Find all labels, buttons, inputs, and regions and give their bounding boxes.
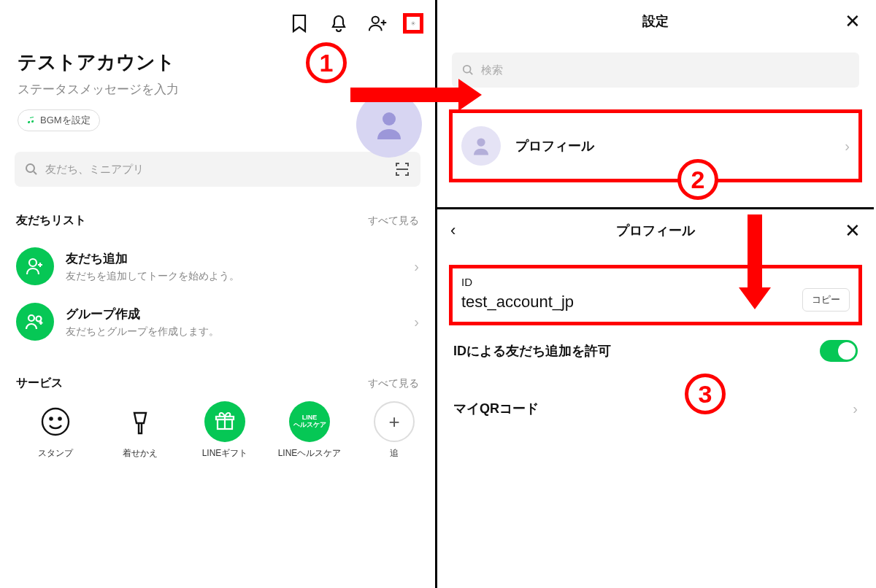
profile-row-label: プロフィール (515, 137, 830, 155)
service-stamp[interactable]: スタンプ (16, 401, 95, 460)
id-block: ID test_account_jp コピー (449, 265, 862, 325)
annotation-3: 3 (685, 374, 726, 414)
chevron-right-icon: › (414, 258, 419, 275)
profile-detail-screen: ‹ プロフィール ✕ ID test_account_jp コピー IDによる友… (437, 207, 874, 417)
services-see-all[interactable]: すべて見る (368, 377, 419, 390)
service-gift[interactable]: LINEギフト (185, 401, 264, 460)
settings-header: 設定 ✕ (437, 0, 874, 42)
services-section: サービス すべて見る スタンプ 着せかえ LINEギフト LINEヘルスケア (0, 376, 435, 460)
create-group-row[interactable]: グループ作成 友だちとグループを作成します。 › (16, 294, 419, 349)
copy-button[interactable]: コピー (802, 288, 850, 312)
search-icon (462, 64, 474, 76)
chevron-right-icon: › (414, 314, 419, 330)
services-title: サービス (16, 376, 63, 391)
allow-id-row: IDによる友だち追加を許可 (453, 340, 858, 362)
qr-label: マイQRコード (453, 400, 539, 417)
settings-search-placeholder: 検索 (481, 63, 503, 77)
plus-icon: + (374, 401, 415, 442)
chevron-right-icon: › (845, 138, 850, 155)
arrow-2-to-3 (739, 214, 771, 309)
settings-title: 設定 (642, 12, 669, 30)
svg-point-2 (383, 112, 396, 125)
service-more[interactable]: + 追 (355, 401, 419, 460)
list-item-sub: 友だちを追加してトークを始めよう。 (66, 270, 402, 283)
annotation-2: 2 (677, 159, 718, 200)
add-friend-icon[interactable] (368, 13, 388, 34)
music-icon (27, 116, 36, 125)
search-bar[interactable]: 友だち、ミニアプリ (15, 152, 420, 187)
friends-section: 友だちリスト すべて見る 友だち追加 友だちを追加してトークを始めよう。 › グ… (0, 213, 435, 349)
annotation-1: 1 (306, 42, 347, 83)
qr-row[interactable]: マイQRコード › (453, 400, 858, 417)
close-icon[interactable]: ✕ (845, 220, 861, 242)
search-icon (25, 163, 38, 176)
service-healthcare[interactable]: LINEヘルスケア LINEヘルスケア (270, 401, 349, 460)
settings-screen: 設定 ✕ 検索 プロフィール › ‹ プロフィール ✕ ID test_acc (437, 0, 874, 588)
profile-detail-header: ‹ プロフィール ✕ (437, 209, 874, 252)
svg-point-13 (477, 138, 485, 146)
brush-icon (120, 401, 161, 442)
bgm-chip[interactable]: BGMを設定 (18, 109, 100, 131)
create-group-circle-icon (16, 303, 54, 341)
service-label: 着せかえ (123, 448, 158, 460)
allow-id-label: IDによる友だち追加を許可 (453, 342, 611, 360)
svg-rect-14 (350, 88, 458, 102)
svg-point-5 (28, 315, 34, 321)
person-icon (372, 107, 407, 142)
list-item-sub: 友だちとグループを作成します。 (66, 325, 402, 339)
service-label: 追 (390, 448, 399, 460)
gift-icon (204, 401, 245, 442)
account-name[interactable]: テストアカウント (18, 50, 418, 75)
back-icon[interactable]: ‹ (450, 221, 456, 240)
profile-row[interactable]: プロフィール › (449, 109, 862, 182)
service-label: LINEギフト (202, 448, 248, 460)
svg-point-1 (412, 23, 414, 24)
svg-point-7 (42, 409, 69, 435)
service-label: スタンプ (38, 448, 73, 460)
svg-point-4 (29, 259, 36, 266)
avatar-small (461, 126, 501, 166)
settings-gear-icon[interactable] (403, 13, 423, 34)
svg-point-0 (372, 17, 379, 23)
svg-point-3 (26, 164, 34, 172)
service-theme[interactable]: 着せかえ (101, 401, 180, 460)
list-item-title: グループ作成 (66, 306, 402, 322)
allow-id-toggle[interactable] (820, 340, 858, 362)
profile-detail-title: プロフィール (616, 222, 695, 239)
settings-search[interactable]: 検索 (452, 53, 859, 88)
svg-rect-16 (748, 214, 762, 287)
chevron-right-icon: › (853, 401, 858, 417)
scan-icon[interactable] (394, 161, 410, 177)
bell-icon[interactable] (328, 13, 349, 34)
person-icon (470, 135, 492, 157)
bgm-label: BGMを設定 (40, 114, 91, 127)
search-placeholder: 友だち、ミニアプリ (45, 163, 387, 177)
svg-point-9 (58, 417, 61, 419)
svg-point-6 (36, 317, 42, 322)
svg-point-8 (50, 417, 52, 419)
header-icons (0, 0, 435, 41)
list-item-title: 友だち追加 (66, 250, 402, 267)
add-friend-circle-icon (16, 247, 54, 285)
friends-see-all[interactable]: すべて見る (368, 214, 419, 228)
healthcare-icon: LINEヘルスケア (289, 401, 330, 442)
friends-title: 友だちリスト (16, 213, 86, 228)
bookmark-icon[interactable] (289, 13, 310, 34)
close-icon[interactable]: ✕ (845, 10, 861, 33)
svg-marker-15 (458, 79, 482, 111)
svg-marker-17 (739, 287, 771, 309)
add-friend-row[interactable]: 友だち追加 友だちを追加してトークを始めよう。 › (16, 239, 419, 294)
smiley-icon (35, 401, 76, 442)
arrow-1-to-2 (350, 79, 482, 111)
svg-point-12 (464, 66, 471, 73)
service-label: LINEヘルスケア (278, 448, 342, 460)
